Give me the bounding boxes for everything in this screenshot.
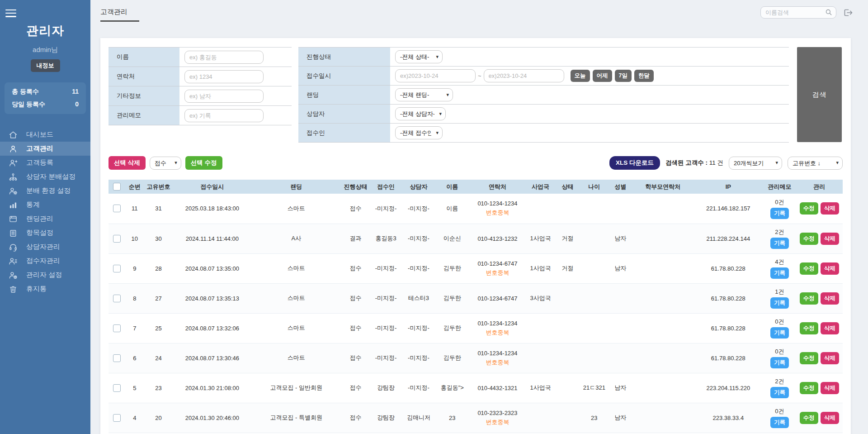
table-row: 10302024.11.14 11:44:00A사결과홍길동3-미지정-이순신0… — [108, 224, 843, 253]
logout-icon[interactable] — [842, 7, 853, 18]
filter-row: 연락처 — [108, 67, 292, 86]
cell-phone: 010-2323-2323번호중복 — [469, 403, 526, 433]
sidebar-item[interactable]: 휴지통 — [0, 282, 90, 296]
delete-button[interactable]: 삭제 — [821, 202, 839, 215]
date-quick-button[interactable]: 오늘 — [571, 70, 590, 82]
row-checkbox-cell — [108, 373, 125, 403]
edit-button[interactable]: 수정 — [800, 202, 818, 215]
sidebar-item[interactable]: 상담자관리 — [0, 240, 90, 254]
date-quick-button[interactable]: 어제 — [593, 70, 612, 82]
select-all-checkbox[interactable] — [113, 183, 121, 191]
date-quick-button[interactable]: 7일 — [615, 70, 632, 82]
record-button[interactable]: 기록 — [770, 267, 789, 279]
edit-button[interactable]: 수정 — [800, 233, 818, 245]
record-button[interactable]: 기록 — [770, 387, 789, 398]
record-button[interactable]: 기록 — [770, 238, 789, 249]
tab-customer-management[interactable]: 고객관리 — [100, 8, 139, 22]
my-info-button[interactable]: 내정보 — [31, 59, 60, 72]
sidebar-item[interactable]: 접수자관리 — [0, 254, 90, 268]
cell-counselor: -미지정- — [402, 313, 435, 343]
xls-download-button[interactable]: XLS 다운로드 — [609, 156, 660, 170]
receiver-filter-select[interactable]: -전체 접수인- — [395, 126, 443, 139]
row-checkbox[interactable] — [113, 235, 121, 243]
delete-button[interactable]: 삭제 — [821, 292, 839, 305]
column-header: 관리메모 — [763, 180, 796, 194]
record-button[interactable]: 기록 — [770, 417, 789, 428]
sidebar-item[interactable]: 대시보드 — [0, 128, 90, 142]
cell-status: 접수 — [341, 283, 370, 313]
delete-button[interactable]: 삭제 — [821, 322, 839, 334]
sidebar-item[interactable]: 항목설정 — [0, 226, 90, 240]
sidebar-username: admin님 — [0, 46, 90, 54]
cell-parent-phone — [632, 313, 693, 343]
delete-button[interactable]: 삭제 — [821, 262, 839, 275]
sidebar-item[interactable]: 분배 환경 설정 — [0, 184, 90, 198]
edit-selected-button[interactable]: 선택 수정 — [185, 156, 222, 170]
page-size-select[interactable]: 20개씩보기 — [729, 157, 782, 170]
filter-input[interactable] — [184, 70, 264, 83]
row-checkbox[interactable] — [113, 295, 121, 302]
status-filter-select[interactable]: -전체 상태- — [395, 50, 443, 63]
sidebar-item[interactable]: 고객관리 — [0, 142, 90, 156]
stat-row: 총 등록수 11 — [12, 86, 79, 98]
filter-input[interactable] — [184, 90, 264, 103]
edit-button[interactable]: 수정 — [800, 352, 818, 364]
row-checkbox[interactable] — [113, 414, 121, 422]
sidebar-item[interactable]: 통계 — [0, 198, 90, 212]
cell-landing: 스마트 — [251, 283, 341, 313]
column-header: 관리 — [796, 180, 843, 194]
cell-name: 홍길동"> — [435, 373, 469, 403]
filter-input[interactable] — [184, 109, 264, 122]
duplicate-number-label: 번호중복 — [469, 209, 526, 217]
delete-button[interactable]: 삭제 — [821, 233, 839, 245]
sidebar-item[interactable]: 상담자 분배설정 — [0, 170, 90, 184]
search-button[interactable]: 검색 — [797, 47, 842, 142]
stat-label: 당일 등록수 — [12, 100, 45, 109]
row-checkbox[interactable] — [113, 354, 121, 362]
sidebar-item[interactable]: 관리자 설정 — [0, 268, 90, 282]
cell-seq: 7 — [125, 313, 144, 343]
record-button[interactable]: 기록 — [770, 297, 789, 309]
date-to-input[interactable] — [484, 69, 564, 82]
cell-manage: 수정삭제 — [796, 373, 843, 403]
cell-seq: 4 — [125, 403, 144, 433]
cell-seq: 6 — [125, 343, 144, 373]
cell-receiver: 홍길동3 — [370, 224, 401, 253]
record-button[interactable]: 기록 — [770, 327, 789, 339]
edit-button[interactable]: 수정 — [800, 322, 818, 334]
sidebar-item[interactable]: 고객등록 — [0, 156, 90, 170]
sidebar-item[interactable]: 랜딩관리 — [0, 212, 90, 226]
search-icon[interactable] — [825, 8, 833, 18]
sort-select[interactable]: 고유번호 ↓ — [788, 157, 843, 170]
edit-button[interactable]: 수정 — [800, 292, 818, 305]
edit-button[interactable]: 수정 — [800, 262, 818, 275]
delete-button[interactable]: 삭제 — [821, 412, 839, 424]
delete-button[interactable]: 삭제 — [821, 382, 839, 394]
landing-filter-select[interactable]: -전체 랜딩- — [395, 88, 453, 101]
cell-manage: 수정삭제 — [796, 403, 843, 433]
cell-counselor: -미지정- — [402, 224, 435, 253]
date-from-input[interactable] — [395, 69, 476, 82]
row-checkbox[interactable] — [113, 205, 121, 212]
row-checkbox[interactable] — [113, 384, 121, 392]
record-button[interactable]: 기록 — [770, 357, 789, 368]
filter-input[interactable] — [184, 51, 264, 64]
hamburger-menu-icon[interactable] — [5, 7, 16, 19]
date-separator: ~ — [478, 72, 481, 79]
status-change-select[interactable]: 접수 — [150, 157, 181, 170]
row-checkbox[interactable] — [113, 324, 121, 332]
delete-button[interactable]: 삭제 — [821, 352, 839, 364]
date-quick-button[interactable]: 한달 — [634, 70, 654, 82]
delete-selected-button[interactable]: 선택 삭제 — [108, 156, 146, 170]
counselor-filter-select[interactable]: -전체 상담자- — [395, 107, 446, 120]
cell-counselor: -미지정- — [402, 194, 435, 224]
record-button[interactable]: 기록 — [770, 208, 789, 219]
edit-button[interactable]: 수정 — [800, 382, 818, 394]
memo-count: 0건 — [763, 198, 796, 206]
cell-landing: 스마트 — [251, 253, 341, 283]
memo-count: 1건 — [763, 288, 796, 296]
column-header: IP — [693, 180, 763, 194]
edit-button[interactable]: 수정 — [800, 412, 818, 424]
cell-status: 접수 — [341, 373, 370, 403]
row-checkbox[interactable] — [113, 265, 121, 272]
